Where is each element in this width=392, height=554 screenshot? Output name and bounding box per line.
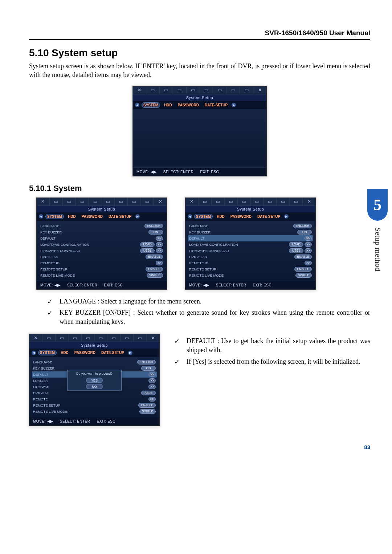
setting-row[interactable]: REMOTE LIVE MODESINGLE <box>33 408 156 415</box>
tab-system[interactable]: SYSTEM <box>142 102 160 108</box>
toolbar-icon[interactable]: ✕ <box>303 198 315 205</box>
setting-row[interactable]: DEFAULT>> <box>40 235 163 241</box>
setting-row[interactable]: LANGUAGEENGLISH <box>33 359 156 365</box>
tab-password[interactable]: PASSWORD <box>73 350 97 355</box>
setting-row[interactable]: DVR ALIAABLE <box>33 390 156 396</box>
toolbar-icon[interactable]: ▭ <box>290 198 303 205</box>
tab-system[interactable]: SYSTEM <box>45 214 64 219</box>
setting-value[interactable]: LOAD <box>140 242 155 247</box>
tab-prev-arrow[interactable]: ◀ <box>135 103 139 107</box>
toolbar-icon[interactable]: ▭ <box>199 198 212 205</box>
toolbar-icon[interactable]: ▭ <box>212 198 225 205</box>
toolbar-icon[interactable]: ✕ <box>147 334 159 342</box>
tab-prev-arrow[interactable]: ◀ <box>188 214 192 219</box>
setting-value[interactable]: >> <box>156 248 163 253</box>
toolbar-icon[interactable]: ✕ <box>29 334 42 342</box>
setting-value[interactable]: ON <box>148 230 163 235</box>
tab-hdd[interactable]: HDD <box>66 214 78 219</box>
tab-date-setup[interactable]: DATE-SETUP <box>203 102 229 108</box>
setting-value[interactable]: SINGLE <box>147 273 163 278</box>
setting-row[interactable]: REMOTE LIVE MODESINGLE <box>40 272 163 278</box>
toolbar-icon[interactable]: ✕ <box>185 198 199 205</box>
setting-value[interactable]: >> <box>305 261 312 265</box>
toolbar-icon[interactable]: ▭ <box>238 198 251 205</box>
tab-date-setup[interactable]: DATE-SETUP <box>256 214 282 219</box>
toolbar-icon[interactable]: ▭ <box>82 334 95 342</box>
setting-row[interactable]: DVR ALIASENABLE <box>189 254 312 260</box>
tab-hdd[interactable]: HDD <box>59 350 70 355</box>
setting-value[interactable]: >> <box>156 236 163 241</box>
tab-next-arrow[interactable]: ▶ <box>232 103 236 107</box>
toolbar-icon[interactable]: ✕ <box>253 86 266 94</box>
toolbar-icon[interactable]: ▭ <box>121 334 134 342</box>
setting-row[interactable]: REMOTE SETUPENABLE <box>40 266 163 272</box>
toolbar-icon[interactable]: ▭ <box>226 86 240 94</box>
toolbar-icon[interactable]: ▭ <box>200 86 213 94</box>
toolbar-icon[interactable]: ✕ <box>37 198 50 205</box>
setting-value[interactable]: >> <box>305 236 312 241</box>
setting-row[interactable]: REMOTE LIVE MODESINGLE <box>189 272 312 278</box>
setting-value[interactable]: >> <box>148 384 156 389</box>
setting-value[interactable]: ON <box>141 366 156 371</box>
toolbar-icon[interactable]: ▭ <box>251 198 264 205</box>
no-button[interactable]: NO <box>86 384 103 389</box>
setting-row[interactable]: KEY BUZZERON <box>40 229 163 235</box>
setting-value[interactable]: ON <box>297 230 312 235</box>
setting-value[interactable]: USB1 <box>140 248 155 253</box>
toolbar-icon[interactable]: ▭ <box>277 198 290 205</box>
setting-value[interactable]: ENGLISH <box>137 360 156 364</box>
tab-password[interactable]: PASSWORD <box>176 102 201 108</box>
setting-value[interactable]: >> <box>148 378 156 383</box>
tab-password[interactable]: PASSWORD <box>229 214 253 219</box>
tab-date-setup[interactable]: DATE-SETUP <box>99 350 126 355</box>
setting-value[interactable]: ENABLE <box>294 254 312 259</box>
setting-row[interactable]: FIRMWARE DOWNLOADUSB1>> <box>40 248 163 254</box>
setting-value[interactable]: ENGLISH <box>144 224 163 228</box>
toolbar-icon[interactable]: ▭ <box>76 198 89 205</box>
setting-row[interactable]: FIRMWARE DOWNLOADUSB1>> <box>189 248 312 254</box>
toolbar-icon[interactable]: ▭ <box>225 198 238 205</box>
setting-value[interactable]: ABLE <box>141 391 156 395</box>
setting-row[interactable]: REMOTE ID>> <box>189 260 312 266</box>
toolbar-icon[interactable]: ▭ <box>264 198 277 205</box>
setting-row[interactable]: LANGUAGEENGLISH <box>189 223 312 229</box>
setting-value[interactable]: SINGLE <box>139 409 156 414</box>
tab-prev-arrow[interactable]: ◀ <box>39 214 43 219</box>
setting-row[interactable]: KEY BUZZERON <box>189 229 312 235</box>
toolbar-icon[interactable]: ▭ <box>56 334 69 342</box>
setting-row[interactable]: REMOTE SETUPENABLE <box>33 402 156 408</box>
setting-value[interactable]: ENABLE <box>138 403 156 408</box>
setting-row[interactable]: REMOTE SETUPENABLE <box>189 266 312 272</box>
tab-password[interactable]: PASSWORD <box>80 214 105 219</box>
setting-value[interactable]: USB1 <box>289 248 303 253</box>
setting-value[interactable]: >> <box>305 242 312 247</box>
tab-system[interactable]: SYSTEM <box>38 350 57 355</box>
toolbar-icon[interactable]: ▭ <box>187 86 200 94</box>
toolbar-icon[interactable]: ▭ <box>50 198 63 205</box>
setting-value[interactable]: LOAD <box>289 242 303 247</box>
tab-date-setup[interactable]: DATE-SETUP <box>107 214 133 219</box>
tab-system[interactable]: SYSTEM <box>194 214 213 219</box>
toolbar-icon[interactable]: ▭ <box>63 198 76 205</box>
tab-next-arrow[interactable]: ▶ <box>135 214 140 219</box>
toolbar-icon[interactable]: ▭ <box>95 334 108 342</box>
setting-row[interactable]: DVR ALIASENABLE <box>40 254 163 260</box>
toolbar-icon[interactable]: ▭ <box>240 86 253 94</box>
setting-value[interactable]: >> <box>305 248 312 253</box>
tab-hdd[interactable]: HDD <box>215 214 226 219</box>
tab-prev-arrow[interactable]: ◀ <box>32 351 36 355</box>
toolbar-icon[interactable]: ▭ <box>128 198 141 205</box>
setting-row[interactable]: LOAD/SAVE CONFIGURATIONLOAD>> <box>189 241 312 248</box>
toolbar-icon[interactable]: ▭ <box>160 86 173 94</box>
setting-value[interactable]: ENABLE <box>294 267 312 272</box>
setting-row[interactable]: LANGUAGEENGLISH <box>40 223 163 229</box>
yes-button[interactable]: YES <box>86 378 103 383</box>
setting-value[interactable]: >> <box>148 397 156 402</box>
toolbar-icon[interactable]: ▭ <box>141 198 154 205</box>
setting-row[interactable]: LOAD/SAVE CONFIGURATIONLOAD>> <box>40 241 163 248</box>
toolbar-icon[interactable]: ▭ <box>173 86 187 94</box>
toolbar-icon[interactable]: ▭ <box>213 86 226 94</box>
tab-next-arrow[interactable]: ▶ <box>128 351 132 355</box>
setting-value[interactable]: >> <box>156 261 163 265</box>
toolbar-icon[interactable]: ▭ <box>42 334 56 342</box>
